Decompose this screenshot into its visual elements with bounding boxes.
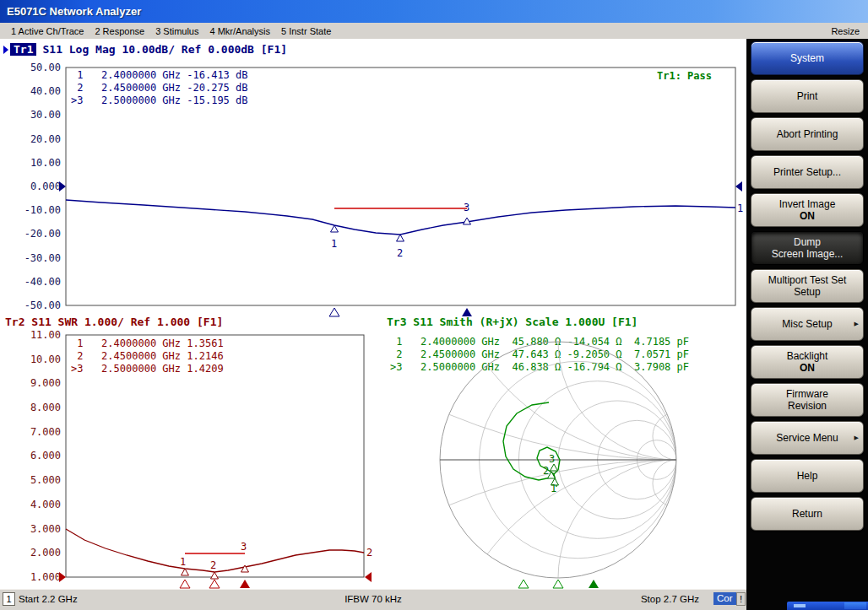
trace3-marker-readout: 1 2.4000000 GHz 45.880 Ω -14.054 Ω 4.718… xyxy=(390,336,689,374)
softkey-label: Misc Setup xyxy=(782,318,832,330)
y-axis-tick: 50.00 xyxy=(20,62,61,73)
softkey-label: Setup xyxy=(794,286,820,298)
status-bar: 1 Start 2.2 GHz IFBW 70 kHz Stop 2.7 GHz… xyxy=(0,589,746,610)
y-axis-tick: 20.00 xyxy=(20,133,61,145)
softkey-dump-screen-image[interactable]: DumpScreen Image... xyxy=(751,231,864,265)
y-axis-tick: 10.00 xyxy=(20,354,61,365)
softkey-label: Invert Image xyxy=(779,198,836,210)
stop-frequency: Stop 2.7 GHz xyxy=(641,593,699,605)
y-axis-tick: -10.00 xyxy=(20,204,61,216)
y-axis-tick: 0.000 xyxy=(20,181,61,192)
alert-indicator: ! xyxy=(736,592,746,606)
softkey-invert-image[interactable]: Invert ImageON xyxy=(751,193,864,227)
window-title: E5071C Network Analyzer xyxy=(0,0,868,23)
y-axis-tick: 4.000 xyxy=(20,499,61,510)
active-trace-arrow-icon xyxy=(3,46,8,54)
y-axis-tick: 2.000 xyxy=(20,547,61,559)
menu-item[interactable]: 1 Active Ch/Trace xyxy=(11,26,84,36)
softkey-label: Help xyxy=(797,470,818,482)
limit-test-result: Tr1: Pass xyxy=(657,70,712,82)
softkey-printer-setup[interactable]: Printer Setup... xyxy=(751,155,864,189)
y-axis-tick: 5.000 xyxy=(20,474,61,486)
y-axis-tick: 6.000 xyxy=(20,450,61,462)
submenu-arrow-icon: ▶ xyxy=(854,435,859,441)
softkey-label: System xyxy=(790,52,824,64)
marker-readout-row: 2 2.4500000 GHz 1.2146 xyxy=(71,350,224,363)
marker-readout-row: 2 2.4500000 GHz 47.643 Ω -9.2050 Ω 7.057… xyxy=(390,348,689,361)
taskbar-fragment-highlight xyxy=(794,604,806,607)
marker-readout-row: 1 2.4000000 GHz 1.3561 xyxy=(71,337,224,350)
y-axis-tick: 11.00 xyxy=(20,329,61,341)
y-axis-tick: 10.00 xyxy=(20,157,61,169)
channel-indicator: 1 xyxy=(3,592,15,606)
softkey-label: ON xyxy=(800,362,815,374)
softkey-label: Abort Printing xyxy=(777,128,838,140)
softkey-label: ON xyxy=(800,210,815,222)
y-axis-tick: 1.000 xyxy=(20,571,61,583)
softkey-multiport-test-set-setup[interactable]: Multiport Test SetSetup xyxy=(751,269,864,303)
correction-badge: Cor xyxy=(713,592,736,605)
softkey-label: Return xyxy=(792,508,822,520)
softkey-label: Service Menu xyxy=(776,432,838,444)
softkey-firmware-revision[interactable]: FirmwareRevision xyxy=(751,383,864,417)
menu-items: 1 Active Ch/Trace2 Response3 Stimulus4 M… xyxy=(0,26,331,36)
y-axis-tick: 9.000 xyxy=(20,377,61,389)
softkey-label: Multiport Test Set xyxy=(768,274,846,286)
menu-item[interactable]: 2 Response xyxy=(95,26,144,36)
start-frequency: Start 2.2 GHz xyxy=(19,593,78,605)
resize-button[interactable]: Resize xyxy=(831,26,860,36)
y-axis-tick: 30.00 xyxy=(20,109,61,121)
taskbar-fragment xyxy=(787,602,868,610)
y-axis-tick: 40.00 xyxy=(20,85,61,97)
menu-item[interactable]: 3 Stimulus xyxy=(155,26,198,36)
softkey-label: Backlight xyxy=(787,350,828,362)
y-axis-tick: -20.00 xyxy=(20,228,61,240)
y-axis-tick: 3.000 xyxy=(20,523,61,535)
softkey-label: Revision xyxy=(788,400,827,412)
marker-readout-row: 1 2.4000000 GHz 45.880 Ω -14.054 Ω 4.718… xyxy=(390,336,689,348)
softkey-service-menu[interactable]: Service Menu▶ xyxy=(751,421,864,455)
trace1-header: Tr1 S11 Log Mag 10.00dB/ Ref 0.000dB [F1… xyxy=(3,43,287,56)
trace2-y-axis: 11.0010.009.0008.0007.0006.0005.0004.000… xyxy=(20,329,61,583)
trace2-header: Tr2 S11 SWR 1.000/ Ref 1.000 [F1] xyxy=(5,316,223,328)
softkey-label: Print xyxy=(797,90,818,102)
marker-readout-row: 2 2.4500000 GHz -20.275 dB xyxy=(71,82,248,94)
softkey-label: Printer Setup... xyxy=(773,166,841,178)
marker-readout-row: >3 2.5000000 GHz 1.4209 xyxy=(71,363,224,375)
y-axis-tick: 8.000 xyxy=(20,402,61,413)
softkey-system[interactable]: System xyxy=(751,41,864,75)
marker-readout-row: >3 2.5000000 GHz 46.838 Ω -16.794 Ω 3.79… xyxy=(390,361,689,374)
trace1-y-axis: 50.0040.0030.0020.0010.000.000-10.00-20.… xyxy=(20,62,61,311)
title-bar: E5071C Network Analyzer xyxy=(0,0,868,23)
marker-readout-row: >3 2.5000000 GHz -15.195 dB xyxy=(71,94,248,107)
instrument-screen: E5071C Network Analyzer 1 Active Ch/Trac… xyxy=(0,0,868,610)
softkey-misc-setup[interactable]: Misc Setup▶ xyxy=(751,307,864,341)
softkey-label: Dump xyxy=(794,236,821,248)
trace2-marker-readout: 1 2.4000000 GHz 1.3561 2 2.4500000 GHz 1… xyxy=(71,337,224,375)
y-axis-tick: 7.000 xyxy=(20,426,61,438)
softkey-abort-printing[interactable]: Abort Printing xyxy=(751,117,864,151)
submenu-arrow-icon: ▶ xyxy=(854,321,859,327)
marker-readout-row: 1 2.4000000 GHz -16.413 dB xyxy=(71,69,248,82)
y-axis-tick: -50.00 xyxy=(20,300,61,311)
trace1-format: S11 Log Mag 10.00dB/ Ref 0.000dB [F1] xyxy=(42,43,287,56)
softkey-help[interactable]: Help xyxy=(751,459,864,493)
softkey-print[interactable]: Print xyxy=(751,79,864,113)
softkey-menu: SystemPrintAbort PrintingPrinter Setup..… xyxy=(746,39,868,610)
taskbar-fragment-clock-area xyxy=(844,602,866,609)
menu-bar: 1 Active Ch/Trace2 Response3 Stimulus4 M… xyxy=(0,23,868,40)
menu-item[interactable]: 4 Mkr/Analysis xyxy=(209,26,270,36)
trace1-badge[interactable]: Tr1 xyxy=(10,43,36,56)
softkey-label: Firmware xyxy=(786,388,828,400)
softkey-label: Screen Image... xyxy=(772,248,844,260)
y-axis-tick: -40.00 xyxy=(20,276,61,288)
trace1-marker-readout: 1 2.4000000 GHz -16.413 dB 2 2.4500000 G… xyxy=(71,69,248,107)
y-axis-tick: -30.00 xyxy=(20,252,61,264)
trace3-header: Tr3 S11 Smith (R+jX) Scale 1.000U [F1] xyxy=(387,316,637,328)
ifbw-readout: IFBW 70 kHz xyxy=(344,593,402,605)
plot-area xyxy=(0,39,746,589)
softkey-backlight[interactable]: BacklightON xyxy=(751,345,864,379)
softkey-return[interactable]: Return xyxy=(751,497,864,531)
menu-item[interactable]: 5 Instr State xyxy=(281,26,331,36)
